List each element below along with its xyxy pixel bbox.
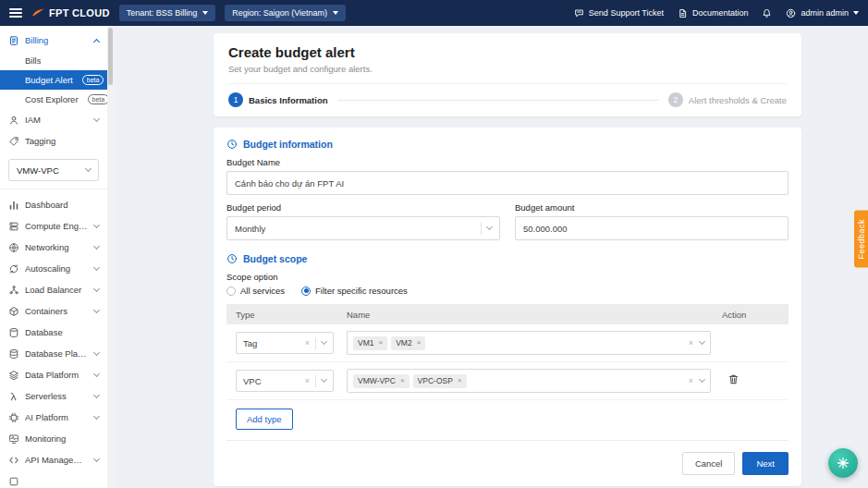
scope-table-header: Type Name Action [226,304,789,324]
sidebar-item-billing[interactable]: Billing [0,30,107,51]
support-chat-button[interactable] [828,448,858,478]
stepper-connector [337,100,659,101]
sidebar-item-label: Monitoring [25,433,99,444]
compute-engine-icon [8,221,19,232]
type-select-row-2[interactable]: VPC [236,370,334,392]
sidebar-item-networking[interactable]: Networking [0,237,107,258]
vpc-selector[interactable]: VMW-VPC [8,159,99,181]
budget-form-card: Budget information Budget Name Budget pe… [214,128,801,486]
budget-period-select[interactable]: Monthly [226,216,500,240]
database-icon [8,327,19,338]
scope-table: Type Name Action Tag VM1 [226,304,789,441]
sidebar-item-label: Containers [25,306,89,316]
sidebar-scrollbar-thumb[interactable] [108,28,113,85]
radio-label: Filter specific resources [315,286,408,296]
user-menu[interactable]: admin admin [786,8,859,18]
sidebar-item-load-balancer[interactable]: Load Balancer [0,279,107,300]
sidebar-item-database-platform[interactable]: Database Platform [0,343,107,364]
sidebar-scrollbar[interactable] [107,26,114,488]
chevron-down-icon [93,391,100,397]
step-2[interactable]: 2 Alert thresholds & Create [668,92,787,107]
sparkle-icon [837,457,850,470]
chevron-down-icon [93,412,100,419]
tag-chip[interactable]: VPC-OSP [413,374,467,388]
name-multiselect-row-1[interactable]: VM1 VM2 [347,331,711,355]
containers-icon [8,306,19,317]
notifications-button[interactable] [762,8,772,18]
delete-row-button[interactable] [727,373,742,388]
page-subtitle: Set your budget and configure alerts. [228,64,787,74]
sidebar-item-dashboard[interactable]: Dashboard [0,194,107,215]
step-1[interactable]: 1 Basics Information [228,92,328,107]
chevron-down-icon [486,224,493,230]
select-divider [481,223,482,235]
budget-scope-section-header: Budget scope [226,253,789,264]
type-select-row-1[interactable]: Tag [236,332,334,354]
vpc-selector-value: VMW-VPC [17,165,86,176]
clear-icon[interactable] [305,339,310,348]
sidebar-item-label: API Management [25,455,89,465]
database-platform-icon [8,348,19,360]
autoscaling-icon [8,263,19,274]
radio-icon [226,287,236,296]
sidebar-item-label: Bills [25,55,41,66]
sidebar-item-api-management[interactable]: API Management [0,449,107,470]
clear-icon[interactable] [689,377,693,385]
type-select-value: Tag [243,338,305,348]
chevron-down-icon [93,455,100,461]
form-footer: Cancel Next [226,452,789,475]
remove-chip-icon[interactable] [400,377,405,384]
region-selector[interactable]: Region: Saigon (Vietnam) [225,5,346,21]
next-button[interactable]: Next [742,452,789,475]
radio-all-services[interactable]: All services [226,286,285,296]
sidebar-item-partial[interactable] [0,470,107,488]
page-title: Create budget alert [228,44,787,60]
tag-chip[interactable]: VM2 [391,336,425,350]
tenant-selector[interactable]: Tenant: BSS Billing [119,5,216,21]
sidebar-item-iam[interactable]: IAM [0,109,107,130]
chevron-down-icon [93,348,100,355]
sidebar-item-serverless[interactable]: Serverless [0,385,107,407]
sidebar-item-monitoring[interactable]: Monitoring [0,428,107,449]
tag-chip[interactable]: VM1 [353,336,387,350]
chip-label: VPC-OSP [418,376,453,385]
sidebar-item-budget-alert[interactable]: Budget Alert beta [0,70,107,90]
stepper: 1 Basics Information 2 Alert thresholds … [228,83,787,107]
sidebar-item-database[interactable]: Database [0,322,107,343]
sidebar-item-tagging[interactable]: Tagging [0,130,107,152]
menu-icon[interactable] [9,8,22,18]
tag-chip[interactable]: VMW-VPC [353,374,410,388]
budget-amount-input[interactable] [515,216,789,240]
sidebar-item-ai-platform[interactable]: AI Platform [0,407,107,428]
step-1-circle: 1 [228,92,243,107]
remove-chip-icon[interactable] [458,377,462,384]
ai-platform-icon [8,412,19,423]
sidebar-item-cost-explorer[interactable]: Cost Explorer beta [0,90,107,109]
topbar: FPT CLOUD Tenant: BSS Billing Region: Sa… [0,0,868,26]
sidebar-item-label: Billing [25,35,89,45]
sidebar-item-data-platform[interactable]: Data Platform [0,364,107,385]
radio-filter-specific-resources[interactable]: Filter specific resources [301,286,408,296]
sidebar-item-containers[interactable]: Containers [0,300,107,322]
load-balancer-icon [8,285,19,296]
clear-icon[interactable] [305,377,310,385]
sidebar-item-autoscaling[interactable]: Autoscaling [0,258,107,279]
clear-icon[interactable] [689,339,693,348]
step-2-circle: 2 [668,92,683,107]
remove-chip-icon[interactable] [378,339,383,347]
chevron-down-icon [93,370,100,376]
name-multiselect-row-2[interactable]: VMW-VPC VPC-OSP [347,369,711,393]
support-ticket-link[interactable]: Send Support Ticket [574,8,664,18]
sidebar-item-bills[interactable]: Bills [0,51,107,70]
feedback-tab[interactable]: Feedback [854,211,868,268]
chevron-down-icon [202,11,208,15]
add-type-button[interactable]: Add type [236,409,293,430]
chevron-down-icon [93,115,100,121]
select-divider [315,375,316,387]
remove-chip-icon[interactable] [417,339,422,347]
cancel-button[interactable]: Cancel [682,452,736,475]
support-ticket-label: Send Support Ticket [589,8,664,18]
sidebar-item-compute-engine[interactable]: Compute Engine [0,215,107,237]
budget-name-input[interactable] [226,171,789,195]
documentation-link[interactable]: Documentation [678,8,749,18]
